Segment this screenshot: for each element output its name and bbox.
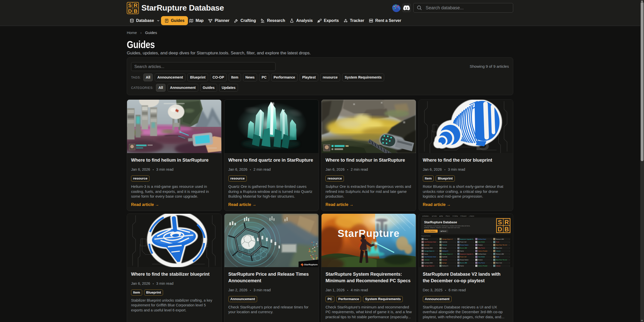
svg-text:▣ Map: ▣ Map: [439, 215, 443, 217]
svg-text:Base Floor Tile 2x2: Base Floor Tile 2x2: [496, 244, 507, 246]
svg-text:›: ›: [473, 247, 474, 249]
svg-text:›: ›: [491, 259, 492, 261]
svg-text:Decoy: Decoy: [424, 238, 428, 240]
svg-text:Pyrite: Pyrite: [496, 241, 499, 243]
svg-text:Inductor: Inductor: [496, 250, 501, 252]
svg-text:Pectoral: Pectoral: [442, 244, 447, 246]
svg-text:Recipe Station: Recipe Station: [460, 259, 468, 261]
svg-text:›: ›: [509, 256, 510, 258]
svg-text:›: ›: [509, 259, 510, 261]
svg-text:›: ›: [491, 253, 492, 255]
svg-text:StarRupture: StarRupture: [304, 263, 317, 266]
svg-text:Finance: Finance: [478, 259, 482, 261]
svg-text:›: ›: [437, 247, 438, 249]
svg-text:›: ›: [491, 250, 492, 252]
svg-text:›: ›: [437, 262, 438, 264]
svg-text:Storage Depot v1: Storage Depot v1: [424, 250, 434, 252]
svg-text:unknown: unknown: [424, 244, 429, 246]
svg-text:›: ›: [437, 238, 438, 240]
svg-text:Syringe: Syringe: [442, 247, 447, 249]
svg-text:Hydrolite: Hydrolite: [442, 256, 447, 258]
svg-text:Hydrolite: Hydrolite: [442, 241, 447, 243]
svg-text:›: ›: [509, 244, 510, 246]
svg-text:›: ›: [491, 247, 492, 249]
svg-text:Calcium Powder: Calcium Powder: [478, 265, 488, 266]
svg-text:Alloy Frame: Alloy Frame: [478, 262, 485, 264]
svg-text:›: ›: [473, 262, 474, 264]
svg-text:Calcium Powder: Calcium Powder: [478, 250, 488, 252]
svg-text:›: ›: [437, 250, 438, 252]
svg-text:Multitool S: Multitool S: [442, 250, 448, 252]
svg-text:›: ›: [509, 238, 510, 240]
svg-text:Storage Depot v.3: Storage Depot v.3: [442, 253, 452, 255]
svg-text:StarRupture Database: StarRupture Database: [424, 220, 457, 224]
svg-text:›: ›: [509, 250, 510, 252]
svg-text:›: ›: [509, 253, 510, 255]
svg-text:›: ›: [437, 259, 438, 261]
svg-text:›: ›: [509, 241, 510, 243]
svg-text:›: ›: [455, 262, 456, 264]
svg-text:›: ›: [491, 262, 492, 264]
svg-text:›: ›: [473, 244, 474, 246]
svg-text:buildings, weapons, research,: buildings, weapons, research, enemies, m…: [424, 227, 460, 228]
svg-text:Base Core: Base Core: [496, 262, 502, 264]
svg-text:☇ Planner: ☇ Planner: [445, 215, 450, 217]
svg-text:⚒ Crafting: ⚒ Crafting: [452, 215, 458, 217]
svg-text:Alloy Frame: Alloy Frame: [478, 247, 485, 249]
svg-text:Pyrite: Pyrite: [496, 256, 499, 258]
svg-text:StarRupture: StarRupture: [338, 228, 400, 239]
svg-text:Finance: Finance: [478, 244, 482, 246]
svg-text:Heat Resistant Steel: Heat Resistant Steel: [424, 256, 436, 258]
svg-text:Inductor: Inductor: [496, 265, 501, 266]
svg-text:Synthetic DNA: Synthetic DNA: [424, 262, 433, 264]
svg-text:Heat Shield: Heat Shield: [478, 241, 485, 243]
svg-text:›: ›: [491, 265, 492, 267]
svg-text:Base Core: Base Core: [496, 247, 502, 249]
svg-text:D: D: [498, 226, 502, 232]
svg-text:›: ›: [509, 265, 510, 267]
svg-text:Burner LBM: Burner LBM: [460, 247, 467, 249]
svg-text:▩ Discord: ▩ Discord: [440, 230, 446, 232]
svg-text:Reducer LBM: Reducer LBM: [496, 253, 504, 255]
svg-text:S: S: [498, 219, 502, 225]
svg-text:›: ›: [491, 256, 492, 258]
svg-text:Multitool S: Multitool S: [442, 265, 448, 266]
svg-text:Syringe: Syringe: [442, 262, 447, 264]
svg-text:This database of everything in: This database of everything in StarRuptu…: [424, 225, 470, 226]
svg-text:›: ›: [509, 247, 510, 249]
svg-text:›: ›: [455, 238, 456, 240]
svg-text:›: ›: [473, 259, 474, 261]
svg-text:›: ›: [455, 250, 456, 252]
svg-text:›: ›: [437, 241, 438, 243]
svg-text:WolframGrant: WolframGrant: [478, 253, 486, 255]
svg-text:›: ›: [455, 247, 456, 249]
svg-text:Pectoral: Pectoral: [442, 259, 447, 261]
svg-text:Popular Entries: Popular Entries: [421, 235, 430, 236]
svg-text:Reducer LBM: Reducer LBM: [496, 238, 504, 240]
svg-text:Power Cell: Power Cell: [460, 241, 466, 243]
svg-text:›: ›: [473, 253, 474, 255]
svg-text:Nanite: Nanite: [460, 250, 464, 252]
svg-text:›: ›: [455, 241, 456, 243]
svg-text:Browse Database ›: Browse Database ›: [425, 230, 436, 232]
svg-text:›: ›: [491, 244, 492, 246]
svg-text:Heat Resistant Steel: Heat Resistant Steel: [424, 241, 436, 243]
svg-text:›: ›: [473, 250, 474, 252]
svg-text:›: ›: [437, 256, 438, 258]
svg-text:unknown: unknown: [424, 259, 429, 261]
svg-text:Synthetic DNA: Synthetic DNA: [424, 247, 433, 249]
svg-text:Base Floor Tile 2x2: Base Floor Tile 2x2: [496, 259, 507, 261]
svg-text:›: ›: [437, 244, 438, 246]
svg-text:Burner LBM: Burner LBM: [460, 262, 467, 264]
svg-text:Storage Depot v1: Storage Depot v1: [424, 265, 434, 266]
svg-text:▤ Guides: ▤ Guides: [432, 215, 437, 217]
svg-text:WolframGrant: WolframGrant: [478, 238, 486, 240]
svg-text:›: ›: [491, 241, 492, 243]
svg-text:△ Analysis: △ Analysis: [469, 215, 474, 217]
svg-text:›: ›: [455, 256, 456, 258]
svg-text:›: ›: [473, 265, 474, 267]
svg-text:›: ›: [455, 259, 456, 261]
svg-text:›: ›: [437, 253, 438, 255]
svg-text:›: ›: [455, 253, 456, 255]
svg-text:›: ›: [473, 256, 474, 258]
